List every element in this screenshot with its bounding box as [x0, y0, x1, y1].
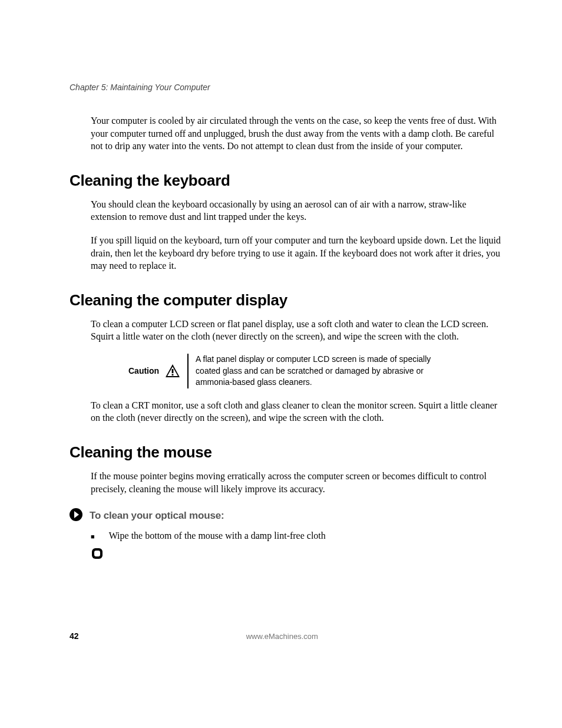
intro-paragraph: Your computer is cooled by air circulate… — [91, 114, 503, 153]
warning-icon — [163, 354, 187, 388]
heading-display: Cleaning the computer display — [70, 291, 503, 309]
display-p1: To clean a computer LCD screen or flat p… — [91, 318, 503, 343]
heading-keyboard: Cleaning the keyboard — [70, 172, 503, 190]
keyboard-p2: If you spill liquid on the keyboard, tur… — [91, 234, 503, 272]
svg-rect-1 — [172, 374, 174, 376]
caution-label: Caution — [128, 354, 163, 388]
heading-mouse: Cleaning the mouse — [70, 443, 503, 462]
square-bullet-icon: ■ — [91, 532, 95, 541]
bullet-text: Wipe the bottom of the mouse with a damp… — [109, 529, 326, 542]
caution-text: A flat panel display or computer LCD scr… — [196, 354, 449, 388]
page-footer: 42 www.eMachines.com — [70, 631, 503, 641]
procedure-title: To clean your optical mouse: — [90, 510, 224, 522]
mouse-p1: If the mouse pointer begins moving errat… — [91, 470, 503, 495]
running-head: Chapter 5: Maintaining Your Computer — [70, 83, 503, 92]
keyboard-p1: You should clean the keyboard occasional… — [91, 198, 503, 223]
arrow-right-icon — [70, 508, 82, 523]
end-of-procedure-icon — [91, 547, 503, 562]
display-p2: To clean a CRT monitor, use a soft cloth… — [91, 399, 503, 424]
svg-rect-0 — [172, 369, 174, 373]
footer-url: www.eMachines.com — [61, 632, 503, 641]
svg-rect-4 — [94, 551, 100, 556]
caution-callout: Caution A flat panel display or computer… — [128, 354, 503, 388]
procedure-heading: To clean your optical mouse: — [70, 508, 503, 523]
list-item: ■ Wipe the bottom of the mouse with a da… — [91, 529, 503, 542]
